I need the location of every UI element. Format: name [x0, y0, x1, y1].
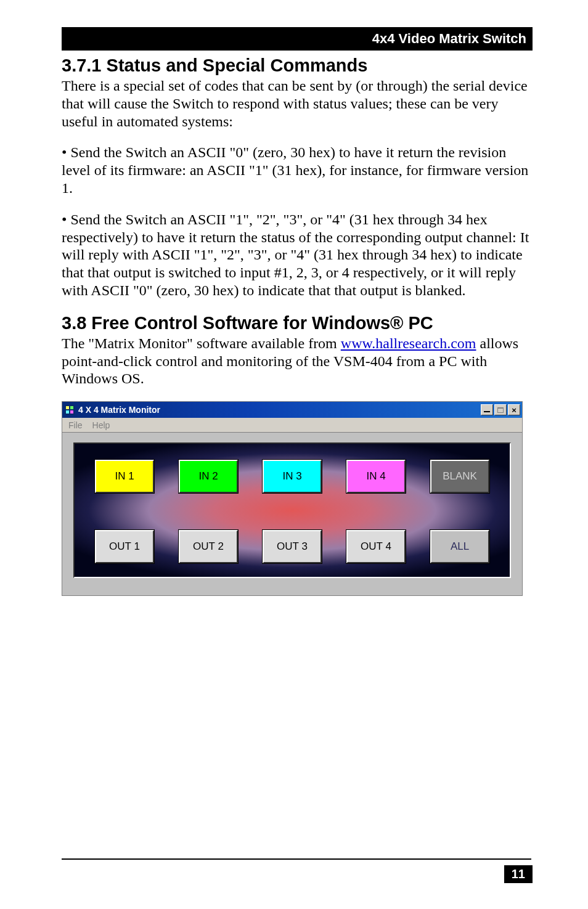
- input-4-label: IN 4: [366, 470, 385, 483]
- blank-label: BLANK: [443, 470, 477, 483]
- input-1-button[interactable]: IN 1: [95, 460, 154, 493]
- menu-bar: File Help: [62, 418, 522, 433]
- output-2-button[interactable]: OUT 2: [179, 530, 238, 563]
- status-bullet-1: • Send the Switch an ASCII "0" (zero, 30…: [62, 144, 533, 197]
- window-titlebar[interactable]: 4 X 4 Matrix Monitor ×: [62, 402, 522, 418]
- output-3-label: OUT 3: [277, 540, 308, 553]
- svg-rect-4: [70, 410, 73, 414]
- close-icon: ×: [512, 406, 517, 414]
- all-label: ALL: [451, 540, 469, 553]
- output-1-button[interactable]: OUT 1: [95, 530, 154, 563]
- window-client-area: IN 1 IN 2 IN 3 IN 4 BLANK OUT 1 OUT 2 OU…: [62, 433, 522, 595]
- status-intro-paragraph: There is a special set of codes that can…: [62, 77, 533, 130]
- app-icon: [65, 405, 75, 415]
- svg-rect-2: [70, 406, 73, 409]
- footer-rule: [62, 858, 531, 860]
- input-3-label: IN 3: [282, 470, 301, 483]
- output-4-button[interactable]: OUT 4: [346, 530, 406, 563]
- matrix-panel: IN 1 IN 2 IN 3 IN 4 BLANK OUT 1 OUT 2 OU…: [73, 442, 511, 578]
- input-1-label: IN 1: [115, 470, 134, 483]
- restore-icon: [497, 407, 504, 413]
- section-heading-status: 3.7.1 Status and Special Commands: [62, 55, 533, 76]
- input-4-button[interactable]: IN 4: [346, 460, 406, 493]
- status-bullet-2: • Send the Switch an ASCII "1", "2", "3"…: [62, 211, 533, 300]
- window-title: 4 X 4 Matrix Monitor: [78, 405, 160, 415]
- output-1-label: OUT 1: [109, 540, 140, 553]
- input-2-label: IN 2: [198, 470, 218, 483]
- hallresearch-link[interactable]: www.hallresearch.com: [341, 335, 476, 351]
- section-heading-software: 3.8 Free Control Software for Windows® P…: [62, 313, 533, 333]
- menu-file[interactable]: File: [68, 420, 83, 430]
- output-2-label: OUT 2: [193, 540, 224, 553]
- svg-rect-3: [66, 410, 69, 414]
- minimize-icon: [484, 411, 490, 412]
- blank-button[interactable]: BLANK: [430, 460, 489, 493]
- svg-rect-1: [66, 406, 69, 409]
- minimize-button[interactable]: [481, 404, 493, 415]
- software-paragraph-a: The "Matrix Monitor" software available …: [62, 335, 341, 351]
- output-4-label: OUT 4: [361, 540, 391, 553]
- matrix-monitor-window: 4 X 4 Matrix Monitor × File Help IN 1 IN…: [62, 401, 523, 596]
- all-button[interactable]: ALL: [430, 530, 489, 563]
- menu-help[interactable]: Help: [92, 420, 110, 430]
- restore-button[interactable]: [494, 404, 507, 415]
- page-number: 11: [504, 865, 533, 883]
- input-2-button[interactable]: IN 2: [179, 460, 238, 493]
- close-button[interactable]: ×: [508, 404, 520, 415]
- header-title: 4x4 Video Matrix Switch: [372, 31, 526, 46]
- header-bar: 4x4 Video Matrix Switch: [62, 27, 533, 51]
- input-3-button[interactable]: IN 3: [263, 460, 322, 493]
- output-3-button[interactable]: OUT 3: [263, 530, 322, 563]
